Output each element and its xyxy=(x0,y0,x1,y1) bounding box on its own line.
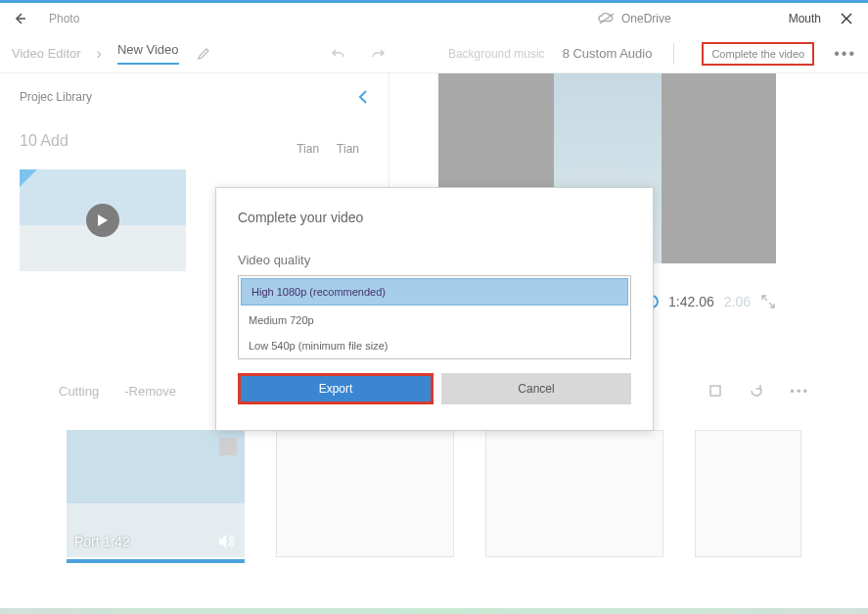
dialog-title: Complete your video xyxy=(238,210,631,225)
clip-more-button[interactable]: ••• xyxy=(790,384,809,399)
export-button[interactable]: Export xyxy=(238,373,434,404)
cutting-button[interactable]: Cutting xyxy=(59,384,99,399)
rotate-button[interactable] xyxy=(749,383,764,399)
project-name[interactable]: New Video xyxy=(117,42,179,65)
clip-audio-button[interactable] xyxy=(217,534,235,549)
arrow-left-icon xyxy=(12,11,27,26)
export-dialog: Complete your video Video quality High 1… xyxy=(215,187,654,431)
breadcrumb-root[interactable]: Video Editor xyxy=(12,46,81,61)
library-collapse-button[interactable] xyxy=(357,89,369,105)
divider xyxy=(673,43,674,65)
toolbar: Video Editor › New Video Background musi… xyxy=(0,34,868,73)
cancel-button[interactable]: Cancel xyxy=(441,373,631,404)
clip-label: Port 1:42 xyxy=(74,534,130,549)
library-thumbnail[interactable] xyxy=(20,169,186,271)
rotate-icon xyxy=(749,383,764,399)
onedrive-status[interactable]: OneDrive xyxy=(598,12,671,25)
custom-audio-button[interactable]: 8 Custom Audio xyxy=(563,46,653,61)
close-icon xyxy=(841,13,852,24)
storyboard-clip[interactable]: Port 1:42 xyxy=(67,430,245,557)
cloud-off-icon xyxy=(598,13,616,24)
back-button[interactable] xyxy=(8,7,31,30)
dialog-subtitle: Video quality xyxy=(238,253,631,267)
current-time: 1:42.06 xyxy=(668,294,714,309)
quality-option-low[interactable]: Low 540p (minimum file size) xyxy=(239,333,630,358)
remove-button[interactable]: -Remove xyxy=(124,384,176,399)
pencil-icon xyxy=(197,47,210,61)
more-icon: ••• xyxy=(834,45,856,62)
rename-button[interactable] xyxy=(197,47,210,61)
chevron-left-icon xyxy=(357,89,369,105)
fullscreen-button[interactable] xyxy=(760,294,776,309)
time-suffix: 2.06 xyxy=(724,294,751,309)
more-icon: ••• xyxy=(790,384,809,399)
storyboard-empty-slot[interactable] xyxy=(276,430,454,557)
chevron-right-icon: › xyxy=(97,45,102,63)
quality-select[interactable]: High 1080p (recommended) Medium 720p Low… xyxy=(238,275,631,359)
expand-icon xyxy=(760,294,776,309)
bottom-edge-decoration xyxy=(0,608,868,614)
speaker-icon xyxy=(217,534,235,549)
redo-button[interactable] xyxy=(370,46,399,62)
app-title: Photo xyxy=(49,12,79,25)
app-window: Photo OneDrive Mouth Video Editor › New … xyxy=(0,0,868,614)
undo-icon xyxy=(331,46,346,62)
onedrive-label: OneDrive xyxy=(621,12,671,25)
crop-button[interactable] xyxy=(708,383,723,399)
titlebar-right-label: Mouth xyxy=(789,12,821,25)
clip-select-checkbox[interactable] xyxy=(219,438,237,455)
add-media-button[interactable]: 10 Add xyxy=(20,132,69,150)
more-button[interactable]: ••• xyxy=(834,45,856,63)
library-tags: Tian Tian xyxy=(297,142,359,156)
library-tag[interactable]: Tian xyxy=(297,142,319,156)
storyboard-empty-slot[interactable] xyxy=(695,430,801,557)
close-button[interactable] xyxy=(841,13,860,24)
library-tag[interactable]: Tian xyxy=(337,142,359,156)
play-button[interactable] xyxy=(86,204,119,237)
svg-rect-1 xyxy=(710,386,720,396)
titlebar: Photo OneDrive Mouth xyxy=(0,3,868,34)
undo-button[interactable] xyxy=(331,46,360,62)
quality-option-high[interactable]: High 1080p (recommended) xyxy=(241,278,628,306)
library-title: Projec Library xyxy=(20,90,92,104)
redo-icon xyxy=(370,46,386,62)
storyboard-empty-slot[interactable] xyxy=(485,430,663,557)
complete-video-button[interactable]: Complete the video xyxy=(702,42,814,66)
quality-option-medium[interactable]: Medium 720p xyxy=(239,307,630,333)
storyboard-strip: Port 1:42 xyxy=(0,410,868,577)
play-icon xyxy=(97,213,109,227)
background-music-button[interactable]: Background music xyxy=(448,47,545,61)
thumbnail-corner-icon xyxy=(20,169,37,187)
crop-icon xyxy=(708,383,723,399)
